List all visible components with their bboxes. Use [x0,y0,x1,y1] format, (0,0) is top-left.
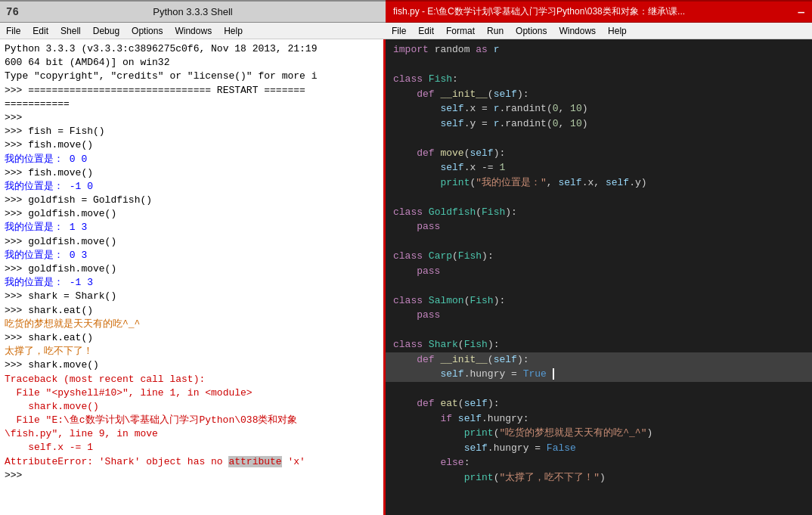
editor-line-3: class Fish: [393,72,804,87]
editor-line-2 [393,57,804,73]
shell-line-27: shark.move() [5,400,379,414]
menu-help-right[interactable]: Help [602,24,633,38]
shell-line-12: >>> goldfish = Goldfish() [5,194,379,207]
shell-line-18: 我的位置是： -1 3 [5,276,379,290]
editor-line-8: def move(self): [393,146,804,161]
shell-line-23: 太撑了，吃不下了！ [5,345,379,358]
editor-line-18: class Salmon(Fish): [393,293,804,309]
shell-line-21: 吃货的梦想就是天天有的吃^_^ [5,318,379,331]
shell-line-1: Python 3.3.3 (v3.3.3:c3896275c0f6, Nov 1… [5,42,379,56]
editor-line-26: if self.hungry: [393,411,804,427]
menu-options-right[interactable]: Options [510,24,553,38]
menu-bar-row: File Edit Shell Debug Options Windows He… [0,23,812,39]
close-button[interactable]: — [794,6,809,18]
left-window-icon: 76 [6,6,19,18]
left-window-title: Python 3.3.3 Shell [153,6,233,17]
editor-line-24 [393,382,804,397]
left-menu-bar: File Edit Shell Debug Options Windows He… [0,23,386,39]
editor-line-23: self.hungry = True [386,367,812,382]
editor-line-1: import random as r [393,42,804,57]
editor-line-30: print("太撑了，吃不下了！") [393,470,804,486]
editor-line-22: def __init__(self): [386,352,812,368]
menu-file-left[interactable]: File [0,24,26,38]
shell-line-22: >>> shark.eat() [5,331,379,345]
editor-line-6: self.y = r.randint(0, 10) [393,116,804,132]
shell-line-26: File "<pyshell#10>", line 1, in <module> [5,386,379,400]
editor-line-20 [393,323,804,338]
shell-line-31: AttributeError: 'Shark' object has no at… [5,455,379,469]
editor-line-13: pass [393,219,804,234]
editor-line-4: def __init__(self): [393,87,804,102]
shell-line-7: >>> fish = Fish() [5,125,379,138]
editor-line-25: def eat(self): [393,396,804,411]
editor-line-15: class Carp(Fish): [393,249,804,264]
menu-debug[interactable]: Debug [87,24,126,38]
editor-line-16: pass [393,264,804,279]
shell-line-20: >>> shark.eat() [5,304,379,318]
shell-line-14: 我的位置是： 1 3 [5,221,379,234]
shell-line-6: >>> [5,111,379,125]
shell-panel[interactable]: Python 3.3.3 (v3.3.3:c3896275c0f6, Nov 1… [0,39,386,515]
shell-line-10: >>> fish.move() [5,166,379,180]
editor-line-14 [393,234,804,250]
content-row: Python 3.3.3 (v3.3.3:c3896275c0f6, Nov 1… [0,39,812,515]
right-window-title: fish.py - E:\鱼C数学计划\零基础入门学习Python\038类和对… [393,5,685,18]
menu-windows-right[interactable]: Windows [553,24,602,38]
shell-line-25: Traceback (most recent call last): [5,373,379,386]
editor-line-27: print("吃货的梦想就是天天有的吃^_^") [393,426,804,441]
shell-line-8: >>> fish.move() [5,138,379,152]
shell-line-9: 我的位置是： 0 0 [5,153,379,166]
shell-line-28: File "E:\鱼c数学计划\零基础入门学习Python\038类和对象 [5,414,379,427]
shell-line-24: >>> shark.move() [5,358,379,372]
editor-line-11 [393,190,804,205]
shell-line-3: Type "copyright", "credits" or "license(… [5,70,379,83]
editor-line-5: self.x = r.randint(0, 10) [393,101,804,116]
shell-line-16: 我的位置是： 0 3 [5,249,379,262]
editor-panel[interactable]: import random as r class Fish: def __ini… [386,39,812,515]
menu-shell[interactable]: Shell [54,24,87,38]
title-bar-row: 76 Python 3.3.3 Shell fish.py - E:\鱼C数学计… [0,0,812,23]
shell-line-13: >>> goldfish.move() [5,207,379,221]
right-menu-bar: File Edit Format Run Options Windows Hel… [386,23,812,39]
shell-line-15: >>> goldfish.move() [5,235,379,249]
menu-windows-left[interactable]: Windows [169,24,218,38]
shell-line-32: >>> [5,469,379,482]
shell-line-29: \fish.py", line 9, in move [5,427,379,441]
editor-line-10: print("我的位置是：", self.x, self.y) [393,175,804,191]
menu-file-right[interactable]: File [386,24,412,38]
shell-line-4: >>> =============================== REST… [5,84,379,98]
editor-line-12: class Goldfish(Fish): [393,205,804,220]
menu-help-left[interactable]: Help [218,24,249,38]
editor-line-29: else: [393,455,804,470]
shell-line-2: 600 64 bit (AMD64)] on win32 [5,56,379,70]
editor-line-7 [393,131,804,146]
menu-edit-right[interactable]: Edit [412,24,440,38]
right-title-bar: fish.py - E:\鱼C数学计划\零基础入门学习Python\038类和对… [386,0,812,23]
editor-line-28: self.hungry = False [393,441,804,456]
menu-run[interactable]: Run [481,24,510,38]
shell-line-11: 我的位置是： -1 0 [5,180,379,194]
left-title-bar: 76 Python 3.3.3 Shell [0,0,386,23]
shell-line-30: self.x -= 1 [5,441,379,455]
menu-format[interactable]: Format [440,24,481,38]
editor-line-17 [393,278,804,293]
editor-line-21: class Shark(Fish): [393,337,804,352]
menu-edit-left[interactable]: Edit [26,24,54,38]
menu-options-left[interactable]: Options [126,24,169,38]
editor-line-19: pass [393,308,804,323]
shell-line-19: >>> shark = Shark() [5,290,379,303]
editor-line-9: self.x -= 1 [393,160,804,175]
shell-line-17: >>> goldfish.move() [5,262,379,276]
shell-line-5: =========== [5,98,379,111]
